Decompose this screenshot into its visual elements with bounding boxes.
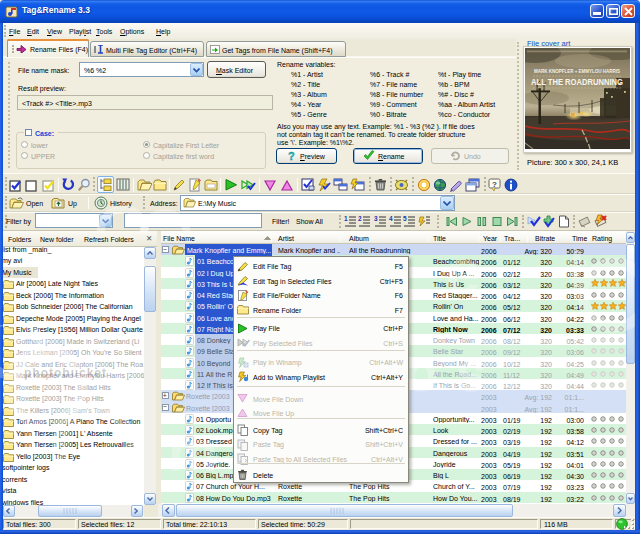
svg-text:3: 3 — [374, 215, 378, 222]
svg-text:4: 4 — [389, 215, 393, 222]
svg-text:1: 1 — [344, 215, 348, 222]
svg-text:2: 2 — [358, 215, 362, 222]
svg-text:MARK KNOPFLER + EMMYLOU HARRIS: MARK KNOPFLER + EMMYLOU HARRIS — [534, 68, 620, 74]
svg-text:5: 5 — [403, 215, 407, 222]
svg-text:?: ? — [288, 151, 295, 161]
svg-text:?: ? — [492, 180, 497, 189]
svg-text:ALL THE ROADRUNNING: ALL THE ROADRUNNING — [531, 77, 623, 87]
